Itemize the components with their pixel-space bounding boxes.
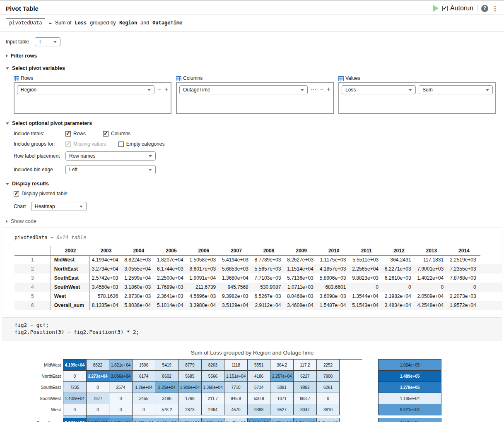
row-name: Overall_sum	[51, 301, 89, 310]
table-cell: 117.1831	[415, 255, 448, 264]
display-pivoted-table-label: Display pivoted table	[22, 191, 68, 197]
summary-value-var: Loss	[75, 20, 87, 26]
display-pivoted-table-checkbox-box[interactable]	[14, 191, 19, 197]
section-optional-params[interactable]: Select optional pivot parameters	[6, 120, 498, 126]
heatmap-cell: 3610	[317, 404, 340, 415]
section-select-pivot-variables[interactable]: Select pivot variables	[6, 65, 498, 71]
table-cell: 683.6601	[318, 283, 350, 292]
table-cell: 0	[415, 283, 448, 292]
heatmap-row-label: SouthEast	[23, 381, 63, 393]
rows-variable-dropdown[interactable]: Region	[17, 85, 154, 94]
table-cell: 2.0509e+04	[415, 292, 448, 301]
heatmap-cell: 4.872e+05	[379, 418, 441, 422]
table-cell: 5.7136e+03	[285, 273, 318, 283]
table-icon	[176, 76, 181, 81]
section-display-results[interactable]: Display results	[6, 181, 498, 187]
heatmap-cell: 0	[109, 404, 133, 415]
table-cell: 5.4194e+03	[220, 255, 253, 264]
table-cell: 8.0468e+03	[285, 292, 318, 301]
remove-row-button[interactable]: −	[157, 85, 161, 94]
empty-categories-checkbox-box[interactable]	[118, 141, 124, 147]
heatmap-overall-total: 4.872e+05	[378, 418, 441, 422]
table-cell: 8.1335e+04	[90, 301, 123, 310]
table-cell: 3.4834e+04	[383, 301, 415, 310]
heatmap-cell: 3.513e+04	[155, 418, 178, 422]
row-name: SouthEast	[51, 273, 89, 283]
heatmap-cell: 3455	[133, 393, 156, 404]
separator	[0, 31, 504, 32]
show-code-toggle[interactable]: Show code	[6, 218, 498, 224]
heatmap-cell: 2.911e+04	[178, 418, 202, 422]
table-cell: 1.0711e+03	[285, 283, 318, 292]
totals-rows-checkbox[interactable]: Rows	[65, 131, 86, 137]
chevron-down-icon	[53, 41, 57, 43]
missing-values-checkbox-box	[65, 141, 71, 147]
heatmap-cell: 8.134e+04	[63, 418, 87, 422]
totals-columns-checkbox-box[interactable]	[103, 131, 109, 137]
heatmap-cell: 0	[133, 404, 156, 415]
add-column-button[interactable]: +	[327, 85, 330, 94]
table-icon	[14, 76, 19, 81]
table-cell: 5.5511e+03	[350, 255, 383, 264]
heatmap-cell: 0	[87, 382, 110, 393]
totals-rows-label: Rows	[73, 131, 86, 137]
section-filter-rows[interactable]: Filter rows	[6, 53, 498, 59]
table-cell: 8.6017e+03	[188, 264, 220, 273]
input-table-dropdown[interactable]: T	[35, 37, 60, 46]
table-column-header: 2004	[123, 246, 155, 255]
heatmap-cell: 1769	[178, 393, 202, 404]
autorun-checkbox-box[interactable]	[442, 6, 448, 11]
row-label-placement-dropdown[interactable]: Row names	[65, 151, 156, 161]
output-variable-line: pivotedData = 6×14 table	[14, 235, 502, 240]
table-cell: 6.2271e+03	[383, 264, 415, 273]
totals-columns-checkbox[interactable]: Columns	[103, 131, 130, 137]
aggregation-dropdown[interactable]: Sum	[419, 85, 493, 94]
bin-edge-dropdown[interactable]: Left	[65, 165, 156, 174]
run-icon[interactable]	[433, 5, 439, 12]
equals-sign: =	[48, 20, 51, 26]
chart-type-dropdown[interactable]: Heatmap	[31, 202, 87, 211]
table-cell: 945.7568	[220, 283, 253, 292]
heatmap-cell: 578.2	[155, 404, 178, 415]
add-row-button[interactable]: +	[164, 85, 168, 94]
aggregation-value: Sum	[422, 87, 433, 93]
output-variable-box[interactable]: pivotedData	[6, 18, 45, 27]
rows-panel-title: Rows	[21, 75, 33, 81]
pivot-table-task: Pivot Table Autorun ? ⋮ pivotedData = Su…	[0, 0, 504, 224]
more-options-icon[interactable]: ⋯	[311, 85, 317, 93]
table-cell: 7.9001e+03	[415, 264, 448, 273]
row-label-placement-label: Row label placement	[14, 153, 65, 159]
empty-categories-checkbox[interactable]: Empty categories	[118, 141, 165, 147]
code-line: fig2 = gcf;	[14, 321, 502, 328]
values-variable-dropdown[interactable]: Loss	[342, 85, 416, 94]
heatmap-cell: 1.909e+04	[178, 382, 202, 393]
missing-values-label: Missing values	[73, 141, 106, 147]
kebab-menu-icon[interactable]: ⋮	[492, 5, 498, 12]
table-cell: 1.3544e+04	[350, 292, 383, 301]
heatmap-cell: 0	[63, 371, 87, 382]
table-cell: 2.9112e+04	[253, 301, 285, 310]
autorun-checkbox[interactable]: Autorun	[442, 5, 473, 12]
display-pivoted-table-checkbox[interactable]: Display pivoted table	[14, 191, 68, 197]
expanded-arrow-icon	[6, 183, 9, 185]
table-cell: 5.1014e+04	[155, 301, 188, 310]
heatmap-cell: 3.273e+04	[87, 371, 110, 382]
table-cell: 2.2565e+04	[350, 264, 383, 273]
table-cell: 8.2627e+03	[285, 255, 318, 264]
code-block[interactable]: fig2 = gcf;fig2.Position(3) = fig2.Posit…	[2, 317, 502, 340]
remove-column-button[interactable]: −	[320, 85, 323, 94]
bin-edge-label: Included bin edge	[14, 167, 65, 173]
heatmap-cell: 8047	[294, 404, 317, 415]
heatmap-cell: 8779	[178, 360, 202, 371]
heatmap-cell: 2252	[317, 360, 340, 371]
heatmap-cell: 2873	[178, 404, 202, 415]
help-icon[interactable]: ?	[481, 5, 488, 12]
heatmap-cell: 1071	[270, 393, 294, 404]
totals-rows-checkbox-box[interactable]	[65, 131, 71, 137]
heatmap-cell: 1.185e+04	[379, 393, 441, 404]
chart-label: Chart	[14, 204, 31, 209]
columns-variable-dropdown[interactable]: OutageTime	[179, 85, 308, 94]
heatmap-cell: 2.25e+04	[155, 382, 178, 393]
select-pivot-label: Select pivot variables	[12, 65, 65, 71]
table-cell: 2.3641e+03	[155, 292, 188, 301]
